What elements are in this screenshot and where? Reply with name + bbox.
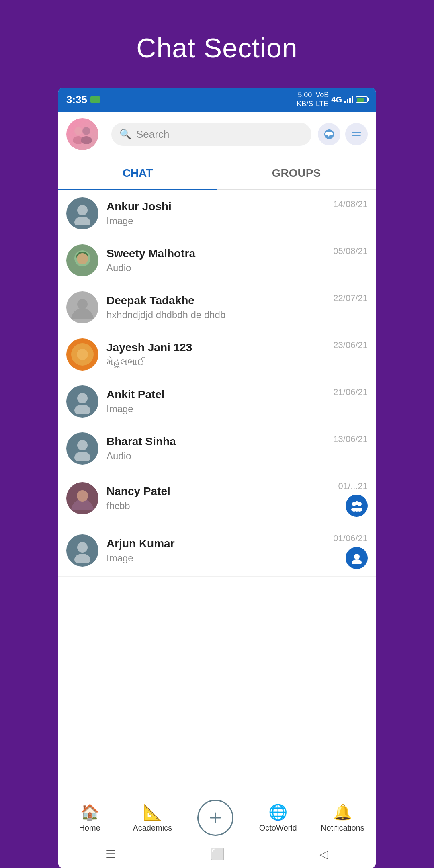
svg-point-30 (354, 554, 360, 559)
add-icon (197, 800, 233, 836)
chat-item[interactable]: Ankur Joshi Image 14/08/21 (58, 190, 376, 237)
battery-icon (356, 96, 368, 103)
chat-preview: Image (106, 403, 333, 415)
status-time: 3:35 (66, 94, 87, 106)
chat-date: 21/06/21 (333, 387, 368, 397)
chat-date: 01/06/21 (333, 533, 368, 544)
chat-item[interactable]: Deepak Tadakhe hxhdndjdjd dhdbdh de dhdb… (58, 284, 376, 331)
chat-item[interactable]: Sweety Malhotra Audio 05/08/21 (58, 237, 376, 284)
android-nav-bar: ☰ ⬜ ◁ (58, 840, 376, 868)
avatar (66, 338, 98, 371)
avatar (66, 432, 98, 465)
svg-point-0 (74, 127, 82, 135)
tab-chat[interactable]: CHAT (58, 157, 217, 189)
menu-nav-icon[interactable]: ☰ (106, 848, 116, 861)
battery-green-icon (90, 96, 100, 103)
svg-point-11 (77, 253, 88, 264)
chat-item[interactable]: Jayesh Jani 123 મેહુલભાઈ 23/06/21 (58, 331, 376, 378)
avatar (66, 244, 98, 276)
academics-icon: 📐 (143, 803, 162, 821)
svg-point-27 (354, 508, 360, 512)
svg-point-24 (355, 501, 359, 505)
svg-point-13 (77, 299, 88, 309)
svg-point-12 (71, 308, 94, 319)
home-nav-icon[interactable]: ⬜ (211, 848, 225, 861)
nav-item-add[interactable] (195, 800, 235, 836)
svg-point-7 (77, 205, 88, 215)
chat-preview: Image (106, 215, 333, 227)
chat-preview: Audio (106, 262, 333, 274)
home-label: Home (79, 823, 100, 833)
chat-date: 01/...21 (338, 481, 368, 491)
group-badge (346, 495, 368, 517)
chat-date: 14/08/21 (333, 199, 368, 209)
svg-point-16 (77, 393, 88, 403)
chat-name: Arjun Kumar (106, 537, 333, 550)
academics-label: Academics (133, 823, 172, 833)
svg-point-17 (74, 405, 90, 414)
tab-groups[interactable]: GROUPS (217, 157, 376, 189)
octoworld-label: OctoWorld (259, 823, 297, 833)
chat-preview: Image (106, 553, 333, 564)
user-badge (346, 547, 368, 569)
avatar (66, 534, 98, 567)
chat-name: Ankur Joshi (106, 200, 333, 213)
menu-icon-button[interactable] (345, 123, 368, 145)
chat-name: Bharat Sinha (106, 435, 333, 448)
chat-date: 22/07/21 (333, 293, 368, 303)
chat-name: Nancy Patel (106, 485, 338, 498)
svg-point-21 (77, 490, 88, 502)
network-type: VoBLTE (315, 91, 329, 108)
svg-rect-5 (352, 132, 361, 133)
svg-point-31 (352, 559, 362, 564)
tabs-bar: CHAT GROUPS (58, 157, 376, 190)
chat-item[interactable]: Bharat Sinha Audio 13/06/21 (58, 425, 376, 472)
chat-icon-button[interactable] (318, 123, 340, 145)
avatar (66, 385, 98, 418)
svg-point-15 (77, 349, 88, 360)
nav-item-octoworld[interactable]: 🌐 OctoWorld (258, 803, 298, 833)
chat-date: 13/06/21 (333, 434, 368, 444)
chat-preview: fhcbb (106, 500, 338, 512)
svg-point-3 (81, 136, 92, 144)
svg-point-28 (77, 542, 88, 553)
svg-point-19 (74, 452, 90, 461)
svg-rect-6 (352, 135, 361, 136)
signal-bars-icon (344, 96, 353, 103)
svg-point-18 (77, 440, 88, 450)
back-nav-icon[interactable]: ◁ (319, 848, 328, 861)
status-bar: 3:35 5.00KB/S VoBLTE 4G (58, 88, 376, 112)
nav-item-home[interactable]: 🏠 Home (70, 803, 110, 833)
avatar (66, 291, 98, 323)
home-icon: 🏠 (80, 803, 99, 821)
chat-item[interactable]: Ankit Patel Image 21/06/21 (58, 378, 376, 425)
nav-item-notifications[interactable]: 🔔 Notifications (321, 803, 364, 833)
user-avatar[interactable] (66, 118, 98, 150)
data-speed: 5.00KB/S (297, 91, 313, 108)
svg-point-2 (82, 127, 90, 135)
chat-name: Deepak Tadakhe (106, 294, 333, 307)
chat-item[interactable]: Arjun Kumar Image 01/06/21 (58, 524, 376, 577)
svg-point-8 (74, 217, 90, 225)
search-placeholder-text: Search (136, 128, 169, 141)
search-bar[interactable]: 🔍 Search (111, 123, 311, 146)
nav-item-academics[interactable]: 📐 Academics (132, 803, 172, 833)
svg-point-29 (74, 554, 90, 563)
page-title: Chat Section (136, 32, 297, 63)
avatar (66, 482, 98, 514)
chat-preview: hxhdndjdjd dhdbdh de dhdb (106, 309, 333, 321)
chat-name: Ankit Patel (106, 388, 333, 401)
octoworld-icon: 🌐 (268, 803, 287, 821)
chat-name: Sweety Malhotra (106, 247, 333, 260)
chat-date: 23/06/21 (333, 340, 368, 350)
bottom-nav: 🏠 Home 📐 Academics 🌐 OctoWorld 🔔 Notific… (58, 794, 376, 840)
notifications-icon: 🔔 (333, 803, 352, 821)
chat-date: 05/08/21 (333, 246, 368, 256)
notifications-label: Notifications (321, 823, 364, 833)
phone-frame: 3:35 5.00KB/S VoBLTE 4G (58, 88, 376, 868)
chat-name: Jayesh Jani 123 (106, 341, 333, 354)
chat-preview: Audio (106, 450, 333, 462)
chat-list: Ankur Joshi Image 14/08/21 Sweety Malhot… (58, 190, 376, 794)
signal-4g: 4G (331, 95, 342, 104)
chat-item[interactable]: Nancy Patel fhcbb 01/...21 (58, 472, 376, 524)
